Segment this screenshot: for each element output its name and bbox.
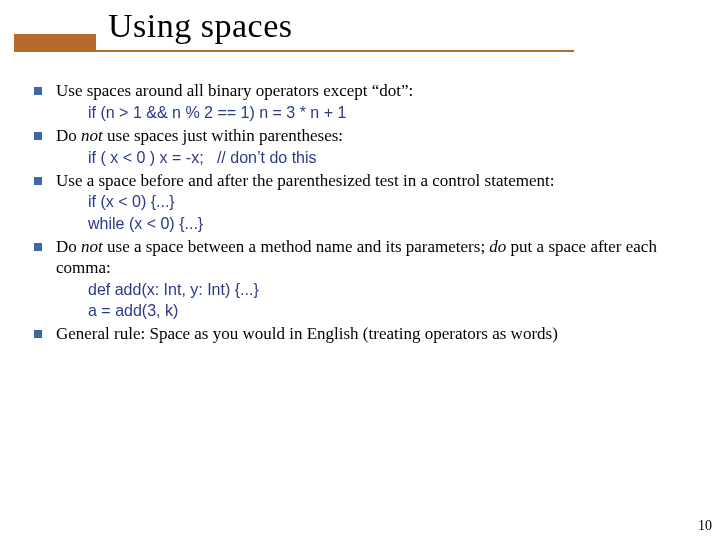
accent-underline	[14, 50, 574, 52]
list-item-body: Do not use a space between a method name…	[56, 236, 700, 322]
list-item-text: Use a space before and after the parenth…	[56, 170, 554, 192]
code-line: def add(x: Int, y: Int) {...}	[88, 279, 700, 300]
bullet-icon	[34, 132, 42, 140]
code-line: a = add(3, k)	[88, 300, 700, 321]
page-title: Using spaces	[108, 7, 292, 45]
bullet-icon	[34, 177, 42, 185]
list-item: Do not use a space between a method name…	[34, 236, 700, 322]
list-item-body: Use spaces around all binary operators e…	[56, 80, 413, 123]
code-line: if ( x < 0 ) x = -x; // don’t do this	[88, 147, 343, 168]
bullet-icon	[34, 87, 42, 95]
list-item: Do not use spaces just within parenthese…	[34, 125, 700, 168]
bullet-icon	[34, 330, 42, 338]
list-item-text: Do not use a space between a method name…	[56, 236, 700, 280]
code-line: while (x < 0) {...}	[88, 213, 554, 234]
list-item: Use spaces around all binary operators e…	[34, 80, 700, 123]
slide-number: 10	[698, 518, 712, 534]
accent-bar	[14, 34, 96, 50]
list-item: General rule: Space as you would in Engl…	[34, 323, 700, 345]
list-item-text: Do not use spaces just within parenthese…	[56, 125, 343, 147]
list-item-body: Use a space before and after the parenth…	[56, 170, 554, 234]
list-item-text: General rule: Space as you would in Engl…	[56, 323, 558, 345]
code-line: if (x < 0) {...}	[88, 191, 554, 212]
list-item-text: Use spaces around all binary operators e…	[56, 80, 413, 102]
code-line: if (n > 1 && n % 2 == 1) n = 3 * n + 1	[88, 102, 413, 123]
content-area: Use spaces around all binary operators e…	[34, 80, 700, 347]
list-item-body: General rule: Space as you would in Engl…	[56, 323, 558, 345]
list-item: Use a space before and after the parenth…	[34, 170, 700, 234]
list-item-body: Do not use spaces just within parenthese…	[56, 125, 343, 168]
bullet-icon	[34, 243, 42, 251]
